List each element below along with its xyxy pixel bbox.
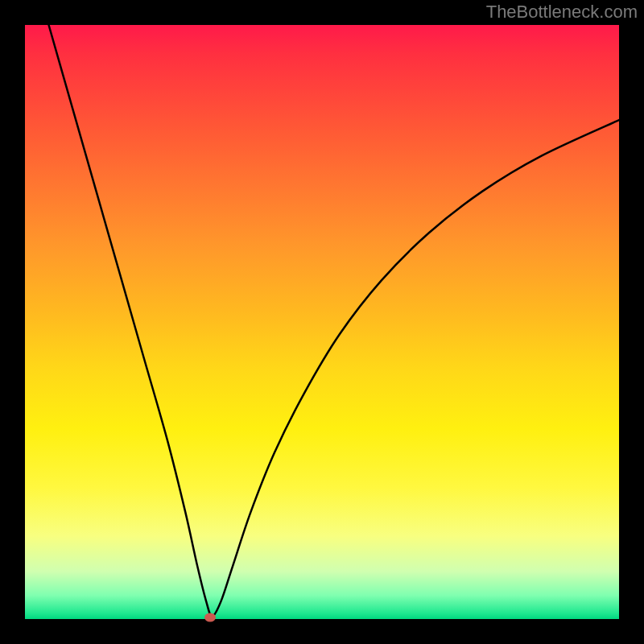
curve-path — [49, 25, 619, 616]
minimum-marker — [204, 613, 216, 621]
curve-svg — [25, 25, 619, 619]
chart-container: TheBottleneck.com — [0, 0, 644, 644]
plot-area — [25, 25, 619, 619]
watermark-text: TheBottleneck.com — [486, 2, 638, 23]
